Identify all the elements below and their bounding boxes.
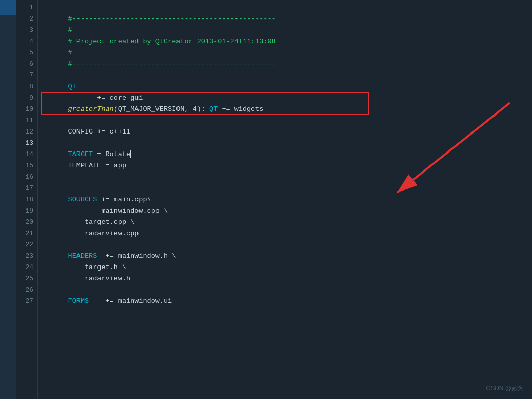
line-num-19: 19 xyxy=(18,205,33,217)
target-kw: TARGET xyxy=(68,150,93,158)
line-num-21: 21 xyxy=(18,228,33,239)
line-num-11: 11 xyxy=(18,115,33,126)
line-num-18: 18 xyxy=(18,194,33,205)
forms-val: += mainwindow.ui xyxy=(89,297,172,305)
left-sidebar xyxy=(0,0,16,399)
headers-val3: radarview.h xyxy=(68,275,131,282)
line-num-3: 3 xyxy=(18,25,33,36)
forms-kw: FORMS xyxy=(68,297,89,305)
code-line-11: CONFIG += c++11 xyxy=(43,115,532,126)
line-num-2: 2 xyxy=(18,13,33,25)
code-line-26: FORMS += mainwindow.ui xyxy=(43,284,532,296)
code-line-3: # Project created by QtCreator 2013-01-2… xyxy=(43,25,532,36)
line-num-14: 14 xyxy=(18,149,33,160)
plus-eq: += widgets xyxy=(218,105,263,113)
target-assign: = Rotate xyxy=(93,150,130,158)
code-line-22: HEADERS += mainwindow.h \ xyxy=(43,239,532,251)
code-line-17: SOURCES += main.cpp\ xyxy=(43,183,532,194)
code-line-7: QT += core gui xyxy=(43,70,532,81)
line-num-7: 7 xyxy=(18,70,33,81)
code-area[interactable]: #---------------------------------------… xyxy=(38,0,532,399)
sources-kw: SOURCES xyxy=(68,196,97,203)
config-line: CONFIG += c++11 xyxy=(68,128,131,136)
template-line: TEMPLATE = app xyxy=(68,162,126,169)
line-num-1: 1 xyxy=(18,2,33,13)
sources-val4: radarview.cpp xyxy=(68,230,139,237)
cursor xyxy=(130,150,131,158)
comment-2: # xyxy=(68,26,72,34)
line-num-12: 12 xyxy=(18,126,33,138)
qt-assign: += core gui xyxy=(68,94,143,102)
code-line-16 xyxy=(43,172,532,183)
line-num-17: 17 xyxy=(18,183,33,194)
code-line-1: #---------------------------------------… xyxy=(43,2,532,13)
comment-1: #---------------------------------------… xyxy=(68,15,276,23)
sources-val2: mainwindow.cpp \ xyxy=(68,207,168,215)
line-num-4: 4 xyxy=(18,36,33,47)
line-num-8: 8 xyxy=(18,81,33,92)
qt-keyword: QT xyxy=(68,83,76,90)
line-num-20: 20 xyxy=(18,217,33,228)
line-num-13: 13 xyxy=(18,138,33,149)
greater-than-func: greaterThan xyxy=(68,105,114,113)
qt-kw2: QT xyxy=(209,105,218,113)
colon: : xyxy=(201,105,209,113)
line-num-26: 26 xyxy=(18,284,33,296)
comment-3: # Project created by QtCreator 2013-01-2… xyxy=(68,37,276,45)
comment-4: # xyxy=(68,49,72,56)
line-num-24: 24 xyxy=(18,262,33,273)
line-num-6: 6 xyxy=(18,59,33,70)
headers-val: += mainwindow.h \ xyxy=(97,252,176,260)
headers-kw: HEADERS xyxy=(68,252,97,260)
code-line-5: #---------------------------------------… xyxy=(43,47,532,59)
code-line-8 xyxy=(43,81,532,92)
line-num-23: 23 xyxy=(18,251,33,262)
active-tab-indicator xyxy=(0,0,16,15)
code-line-13: TARGET = Rotate xyxy=(43,138,532,149)
watermark: CSDN @妙为 xyxy=(486,384,524,393)
qt-major: QT_MAJOR_VERSION, 4) xyxy=(118,105,201,113)
line-num-15: 15 xyxy=(18,160,33,172)
line-num-16: 16 xyxy=(18,172,33,183)
paren-open: ( xyxy=(114,105,118,113)
comment-5: #---------------------------------------… xyxy=(68,60,276,68)
line-num-5: 5 xyxy=(18,47,33,59)
line-num-9: 9 xyxy=(18,92,33,104)
sources-val3: target.cpp \ xyxy=(68,218,135,226)
line-num-22: 22 xyxy=(18,239,33,251)
editor-container: 1 2 3 4 5 6 7 8 9 10 11 12 13 14 15 16 1… xyxy=(0,0,532,399)
line-numbers: 1 2 3 4 5 6 7 8 9 10 11 12 13 14 15 16 1… xyxy=(16,0,38,399)
sources-val: += main.cpp\ xyxy=(97,196,151,203)
line-num-27: 27 xyxy=(18,296,33,307)
line-num-10: 10 xyxy=(18,104,33,115)
headers-val2: target.h \ xyxy=(68,263,126,271)
line-num-25: 25 xyxy=(18,273,33,284)
